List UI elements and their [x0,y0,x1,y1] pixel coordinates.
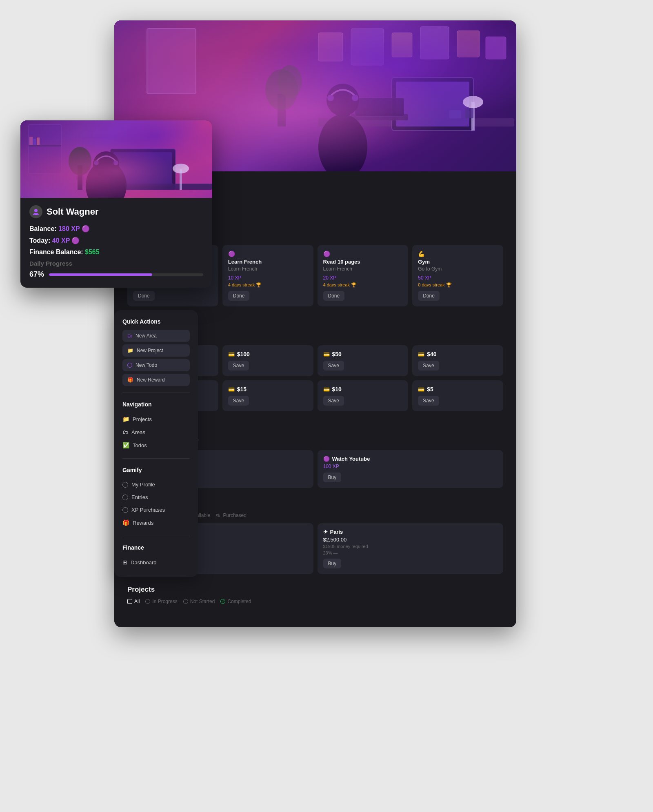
divider-2 [122,458,190,459]
svg-rect-7 [457,31,480,57]
svg-rect-40 [78,165,82,190]
svg-rect-12 [396,82,469,126]
svg-rect-27 [20,120,212,198]
tab-not-started[interactable]: Not Started [183,599,215,604]
reward-card-2: 🟣 Watch Youtube 100 XP Buy [318,450,504,488]
goal-title-2: ✈ Paris [323,529,498,535]
finance-section: Finance ⊞ Dashboard [122,544,190,569]
svg-rect-8 [486,37,506,59]
gamify-section: Gamify My Profile Entries XP Purchases 🎁… [122,467,190,529]
svg-rect-35 [94,184,212,190]
goal-progress-2: 23% — [323,550,498,555]
mini-hero-banner [20,120,212,198]
todo-title-2: Learn French [228,259,308,265]
todo-icon-3: 🟣 [323,251,403,257]
todo-xp-3: 20 XP [323,275,403,281]
svg-point-17 [327,95,334,101]
today-row: Today: 40 XP 🟣 [29,237,203,244]
todo-done-btn-3[interactable]: Done [323,291,345,301]
nav-xp-purchases[interactable]: XP Purchases [122,504,190,516]
area-icon: 🗂 [127,333,132,339]
svg-rect-9 [318,118,514,126]
nav-areas[interactable]: 🗂 Areas [122,426,190,439]
projects-section: Projects All In Progress Not Started ✓ C… [127,586,503,604]
completed-check-projects: ✓ [220,599,225,604]
new-project-button[interactable]: 📁 New Project [122,344,190,357]
svg-rect-14 [355,98,404,116]
nav-projects[interactable]: 📁 Projects [122,413,190,426]
gamify-title: Gamify [122,467,190,473]
save-btn-2[interactable]: Save [228,361,249,371]
svg-rect-10 [392,78,473,131]
money-amount-7: 💳 $10 [323,386,403,393]
svg-rect-4 [351,29,384,65]
nav-dashboard[interactable]: ⊞ Dashboard [122,556,190,569]
finance-row: Finance Balance: $565 [29,248,203,256]
nav-rewards[interactable]: 🎁 Rewards [122,516,190,529]
tab-all-projects[interactable]: All [127,599,140,604]
areas-nav-icon: 🗂 [122,429,128,435]
money-icon-6: 💳 [228,386,235,393]
svg-rect-32 [37,138,40,145]
in-progress-circle [145,599,150,604]
svg-rect-42 [180,169,182,190]
progress-bar [49,273,203,276]
grid-icon-projects [127,599,132,604]
svg-point-41 [69,147,91,175]
todo-done-btn-2[interactable]: Done [228,291,250,301]
todo-xp-2: 10 XP [228,275,308,281]
todo-done-btn-1[interactable]: Done [133,291,155,301]
tab-in-progress[interactable]: In Progress [145,599,177,604]
todo-card-3: 🟣 Read 10 pages Learn French 20 XP 4 day… [318,245,409,306]
nav-todos[interactable]: ✅ Todos [122,439,190,452]
dashboard-nav-icon: ⊞ [122,559,127,566]
svg-rect-33 [110,149,175,190]
save-btn-6[interactable]: Save [228,396,249,406]
save-btn-8[interactable]: Save [418,396,439,406]
not-started-circle [183,599,188,604]
new-area-button[interactable]: 🗂 New Area [122,330,190,342]
todo-card-2: 🟣 Learn French Learn French 10 XP 4 days… [222,245,313,306]
svg-rect-22 [471,102,475,131]
svg-rect-11 [396,82,469,126]
tab-purchased-goals[interactable]: 🛍 Purchased [216,512,247,518]
xp-nav-icon [122,507,128,513]
profile-name: Solt Wagner [47,206,99,217]
todo-sub-3: Learn French [323,266,403,272]
todo-streak-2: 4 days streak 🏆 [228,282,308,288]
svg-rect-34 [113,152,172,186]
svg-point-15 [318,114,367,171]
new-todo-button[interactable]: New Todo [122,359,190,371]
projects-tabs: All In Progress Not Started ✓ Completed [127,599,503,604]
save-btn-4[interactable]: Save [418,361,439,371]
todos-nav-icon: ✅ [122,442,129,448]
svg-point-37 [93,151,119,177]
new-reward-button[interactable]: 🎁 New Reward [122,374,190,386]
todo-card-4: 💪 Gym Go to Gym 50 XP 0 days streak 🏆 Do… [412,245,503,306]
svg-rect-25 [465,108,473,118]
reward-icon-2: 🟣 [323,456,330,462]
todo-done-btn-4[interactable]: Done [418,291,440,301]
money-card-6: 💳 $15 Save [222,380,313,411]
reward-buy-btn-2[interactable]: Buy [323,473,342,482]
money-icon-2: 💳 [228,351,235,357]
progress-bar-fill [49,273,152,276]
money-card-7: 💳 $10 Save [318,380,409,411]
money-amount-4: 💳 $40 [418,351,498,357]
save-btn-7[interactable]: Save [323,396,344,406]
todo-title-3: Read 10 pages [323,259,403,265]
save-btn-3[interactable]: Save [323,361,344,371]
tab-completed-projects[interactable]: ✓ Completed [220,599,251,604]
svg-rect-31 [33,139,36,145]
navigation-section: Navigation 📁 Projects 🗂 Areas ✅ Todos [122,401,190,452]
goal-buy-btn-2[interactable]: Buy [323,559,342,568]
nav-my-profile[interactable]: My Profile [122,478,190,491]
svg-point-36 [86,161,127,198]
svg-rect-5 [392,33,412,57]
finance-title: Finance [122,544,190,551]
avatar [29,205,42,218]
nav-entries[interactable]: Entries [122,491,190,504]
reward-icon: 🎁 [127,377,133,383]
todo-sub-2: Learn French [228,266,308,272]
svg-point-16 [326,84,359,116]
